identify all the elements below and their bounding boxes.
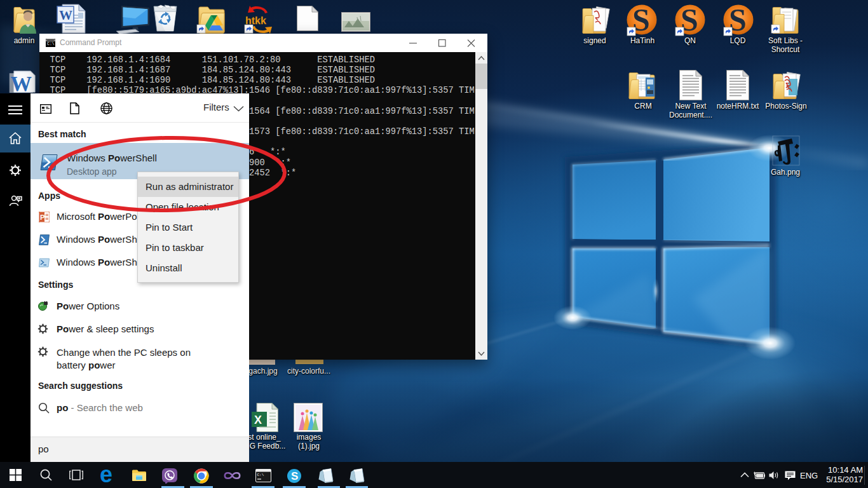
svg-text:W: W	[11, 72, 32, 93]
svg-text:htkk: htkk	[245, 15, 266, 26]
svg-text:C:\: C:\	[257, 473, 264, 477]
svg-text:S: S	[291, 470, 298, 482]
svg-text:X: X	[254, 414, 262, 426]
svg-text:P: P	[40, 214, 44, 221]
svg-text:C:\: C:\	[47, 42, 55, 46]
svg-text:W: W	[59, 8, 72, 23]
